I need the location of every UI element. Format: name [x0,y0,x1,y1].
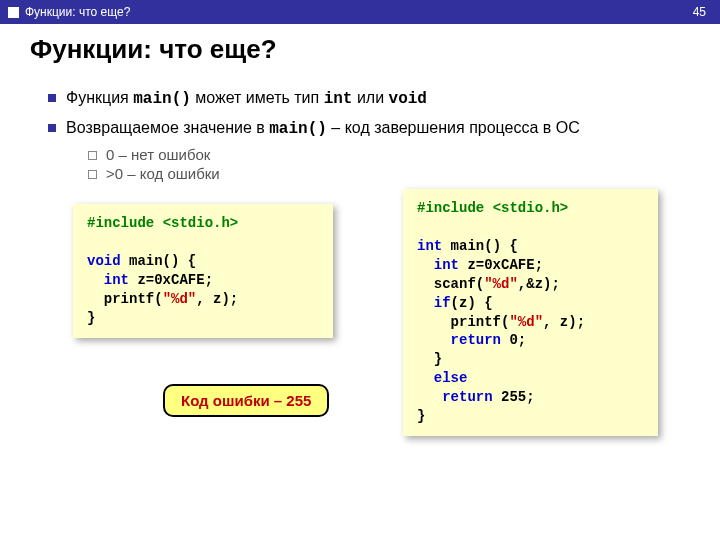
code-token: <stdio.h> [163,215,239,231]
code-token: printf( [417,314,509,330]
callout-error-code: Код ошибки – 255 [163,384,329,417]
code-token: if [417,295,451,311]
code-block-right: #include <stdio.h> int main() { int z=0x… [403,189,658,436]
bullet-list: Функция main() может иметь тип int или v… [48,87,672,182]
code-token: ,&z); [518,276,560,292]
bullet-item: Возвращаемое значение в main() – код зав… [48,117,672,141]
text: Возвращаемое значение в [66,119,269,136]
code-token: , z); [543,314,585,330]
code-token: "%d" [484,276,518,292]
code-token: #include [87,215,163,231]
code-token: return [417,389,493,405]
text: – код завершения процесса в ОС [327,119,580,136]
code-token: int [417,238,442,254]
slide-content: Функция main() может иметь тип int или v… [0,69,720,524]
text: или [352,89,388,106]
code-inline: main() [133,90,191,108]
code-area: #include <stdio.h> void main() { int z=0… [48,204,672,524]
code-token: "%d" [509,314,543,330]
header-bullet-icon [8,7,19,18]
breadcrumb: Функции: что еще? [25,5,130,19]
page-number: 45 [693,5,706,19]
code-token: int [87,272,129,288]
sub-bullet-item: 0 – нет ошибок [88,146,672,163]
code-inline: main() [269,120,327,138]
text: может иметь тип [191,89,324,106]
code-token: <stdio.h> [493,200,569,216]
code-token: } [417,351,442,367]
code-inline: int [324,90,353,108]
page-title: Функции: что еще? [0,24,720,69]
code-token: z=0xCAFE; [129,272,213,288]
code-token: 0; [501,332,526,348]
code-inline: void [389,90,427,108]
code-token: (z) { [451,295,493,311]
code-token: scanf( [417,276,484,292]
code-token: else [417,370,467,386]
code-block-left: #include <stdio.h> void main() { int z=0… [73,204,333,337]
code-token: #include [417,200,493,216]
code-token: printf( [87,291,163,307]
sub-bullet-item: >0 – код ошибки [88,165,672,182]
code-token: return [417,332,501,348]
sub-bullet-list: 0 – нет ошибок >0 – код ошибки [48,146,672,182]
code-token: void [87,253,121,269]
code-token: } [87,310,95,326]
code-token: main() { [121,253,197,269]
code-token: int [417,257,459,273]
code-token: , z); [196,291,238,307]
bullet-item: Функция main() может иметь тип int или v… [48,87,672,111]
code-token: } [417,408,425,424]
code-token: 255; [493,389,535,405]
text: Функция [66,89,133,106]
slide-header: Функции: что еще? 45 [0,0,720,24]
code-token: main() { [442,238,518,254]
code-token: "%d" [163,291,197,307]
code-token: z=0xCAFE; [459,257,543,273]
